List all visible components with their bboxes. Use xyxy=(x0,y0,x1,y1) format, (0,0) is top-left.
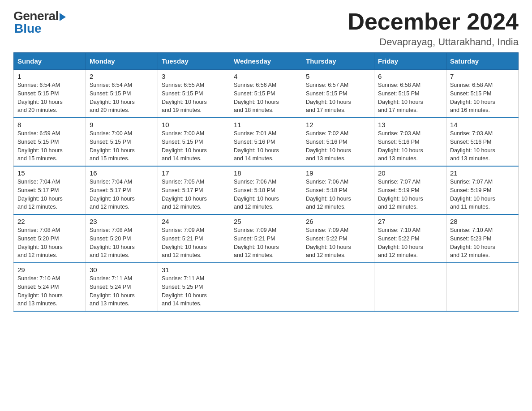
calendar-cell: 8Sunrise: 6:59 AMSunset: 5:15 PMDaylight… xyxy=(14,118,86,166)
day-info: Sunrise: 7:10 AMSunset: 5:23 PMDaylight:… xyxy=(450,226,515,260)
calendar-week-4: 22Sunrise: 7:08 AMSunset: 5:20 PMDayligh… xyxy=(14,214,519,263)
day-number: 30 xyxy=(90,266,154,274)
calendar-cell: 27Sunrise: 7:10 AMSunset: 5:22 PMDayligh… xyxy=(374,214,446,263)
logo-arrow-icon xyxy=(60,13,66,21)
day-info: Sunrise: 7:08 AMSunset: 5:20 PMDaylight:… xyxy=(90,226,154,260)
weekday-header-wednesday: Wednesday xyxy=(230,53,302,70)
calendar-cell: 10Sunrise: 7:00 AMSunset: 5:15 PMDayligh… xyxy=(158,118,230,166)
day-info: Sunrise: 7:00 AMSunset: 5:15 PMDaylight:… xyxy=(162,129,226,163)
day-number: 28 xyxy=(450,218,515,225)
day-info: Sunrise: 7:05 AMSunset: 5:17 PMDaylight:… xyxy=(162,178,226,211)
calendar-cell: 25Sunrise: 7:09 AMSunset: 5:21 PMDayligh… xyxy=(230,214,302,263)
day-info: Sunrise: 7:11 AMSunset: 5:25 PMDaylight:… xyxy=(162,274,226,308)
day-info: Sunrise: 6:58 AMSunset: 5:15 PMDaylight:… xyxy=(450,81,515,115)
calendar-cell: 15Sunrise: 7:04 AMSunset: 5:17 PMDayligh… xyxy=(14,166,86,214)
day-number: 1 xyxy=(17,73,82,80)
day-info: Sunrise: 7:01 AMSunset: 5:16 PMDaylight:… xyxy=(234,129,298,163)
calendar-cell: 3Sunrise: 6:55 AMSunset: 5:15 PMDaylight… xyxy=(158,70,230,118)
day-number: 14 xyxy=(450,121,515,128)
day-number: 22 xyxy=(17,218,82,225)
calendar-cell: 29Sunrise: 7:10 AMSunset: 5:24 PMDayligh… xyxy=(14,263,86,311)
weekday-header-monday: Monday xyxy=(86,53,158,70)
logo: General Blue xyxy=(13,9,66,36)
day-number: 13 xyxy=(378,121,442,128)
calendar-cell: 23Sunrise: 7:08 AMSunset: 5:20 PMDayligh… xyxy=(86,214,158,263)
day-number: 2 xyxy=(90,73,154,80)
day-info: Sunrise: 6:59 AMSunset: 5:15 PMDaylight:… xyxy=(17,129,82,163)
calendar-cell: 22Sunrise: 7:08 AMSunset: 5:20 PMDayligh… xyxy=(14,214,86,263)
calendar-week-5: 29Sunrise: 7:10 AMSunset: 5:24 PMDayligh… xyxy=(14,263,519,311)
logo-blue-text: Blue xyxy=(14,21,42,36)
day-info: Sunrise: 7:07 AMSunset: 5:19 PMDaylight:… xyxy=(450,178,515,211)
calendar-week-1: 1Sunrise: 6:54 AMSunset: 5:15 PMDaylight… xyxy=(14,70,519,118)
day-number: 17 xyxy=(162,169,226,177)
day-number: 12 xyxy=(306,121,370,128)
calendar-cell: 13Sunrise: 7:03 AMSunset: 5:16 PMDayligh… xyxy=(374,118,446,166)
calendar-cell: 28Sunrise: 7:10 AMSunset: 5:23 PMDayligh… xyxy=(446,214,519,263)
calendar-cell xyxy=(302,263,374,311)
calendar-cell: 5Sunrise: 6:57 AMSunset: 5:15 PMDaylight… xyxy=(302,70,374,118)
day-number: 15 xyxy=(17,169,82,177)
day-number: 16 xyxy=(90,169,154,177)
weekday-header-sunday: Sunday xyxy=(14,53,86,70)
day-number: 24 xyxy=(162,218,226,225)
weekday-header-saturday: Saturday xyxy=(446,53,519,70)
day-info: Sunrise: 7:08 AMSunset: 5:20 PMDaylight:… xyxy=(17,226,82,260)
title-section: December 2024 Devaprayag, Uttarakhand, I… xyxy=(348,9,519,48)
day-number: 27 xyxy=(378,218,442,225)
day-number: 6 xyxy=(378,73,442,80)
calendar-cell: 19Sunrise: 7:06 AMSunset: 5:18 PMDayligh… xyxy=(302,166,374,214)
day-info: Sunrise: 7:06 AMSunset: 5:18 PMDaylight:… xyxy=(306,178,370,211)
day-number: 25 xyxy=(234,218,298,225)
month-title: December 2024 xyxy=(348,9,519,34)
day-info: Sunrise: 6:57 AMSunset: 5:15 PMDaylight:… xyxy=(306,81,370,115)
calendar-cell: 12Sunrise: 7:02 AMSunset: 5:16 PMDayligh… xyxy=(302,118,374,166)
calendar-cell: 9Sunrise: 7:00 AMSunset: 5:15 PMDaylight… xyxy=(86,118,158,166)
day-info: Sunrise: 7:09 AMSunset: 5:21 PMDaylight:… xyxy=(162,226,226,260)
calendar-cell: 26Sunrise: 7:09 AMSunset: 5:22 PMDayligh… xyxy=(302,214,374,263)
day-info: Sunrise: 6:58 AMSunset: 5:15 PMDaylight:… xyxy=(378,81,442,115)
day-number: 11 xyxy=(234,121,298,128)
calendar-cell: 30Sunrise: 7:11 AMSunset: 5:24 PMDayligh… xyxy=(86,263,158,311)
calendar-cell: 31Sunrise: 7:11 AMSunset: 5:25 PMDayligh… xyxy=(158,263,230,311)
calendar-cell: 4Sunrise: 6:56 AMSunset: 5:15 PMDaylight… xyxy=(230,70,302,118)
day-info: Sunrise: 6:54 AMSunset: 5:15 PMDaylight:… xyxy=(17,81,82,115)
location-subtitle: Devaprayag, Uttarakhand, India xyxy=(348,36,519,48)
day-info: Sunrise: 7:03 AMSunset: 5:16 PMDaylight:… xyxy=(450,129,515,163)
day-number: 21 xyxy=(450,169,515,177)
calendar-cell: 18Sunrise: 7:06 AMSunset: 5:18 PMDayligh… xyxy=(230,166,302,214)
day-info: Sunrise: 6:55 AMSunset: 5:15 PMDaylight:… xyxy=(162,81,226,115)
calendar-week-2: 8Sunrise: 6:59 AMSunset: 5:15 PMDaylight… xyxy=(14,118,519,166)
day-info: Sunrise: 7:04 AMSunset: 5:17 PMDaylight:… xyxy=(17,178,82,211)
day-number: 20 xyxy=(378,169,442,177)
calendar-cell xyxy=(374,263,446,311)
calendar-cell xyxy=(230,263,302,311)
calendar-cell: 24Sunrise: 7:09 AMSunset: 5:21 PMDayligh… xyxy=(158,214,230,263)
day-number: 4 xyxy=(234,73,298,80)
day-number: 18 xyxy=(234,169,298,177)
calendar-cell: 20Sunrise: 7:07 AMSunset: 5:19 PMDayligh… xyxy=(374,166,446,214)
calendar-table: SundayMondayTuesdayWednesdayThursdayFrid… xyxy=(13,52,519,312)
day-info: Sunrise: 7:04 AMSunset: 5:17 PMDaylight:… xyxy=(90,178,154,211)
day-number: 7 xyxy=(450,73,515,80)
day-info: Sunrise: 7:03 AMSunset: 5:16 PMDaylight:… xyxy=(378,129,442,163)
day-info: Sunrise: 6:56 AMSunset: 5:15 PMDaylight:… xyxy=(234,81,298,115)
calendar-cell: 21Sunrise: 7:07 AMSunset: 5:19 PMDayligh… xyxy=(446,166,519,214)
day-info: Sunrise: 7:06 AMSunset: 5:18 PMDaylight:… xyxy=(234,178,298,211)
calendar-week-3: 15Sunrise: 7:04 AMSunset: 5:17 PMDayligh… xyxy=(14,166,519,214)
day-info: Sunrise: 7:11 AMSunset: 5:24 PMDaylight:… xyxy=(90,274,154,308)
day-number: 5 xyxy=(306,73,370,80)
weekday-header-friday: Friday xyxy=(374,53,446,70)
calendar-cell: 6Sunrise: 6:58 AMSunset: 5:15 PMDaylight… xyxy=(374,70,446,118)
day-number: 23 xyxy=(90,218,154,225)
calendar-cell: 7Sunrise: 6:58 AMSunset: 5:15 PMDaylight… xyxy=(446,70,519,118)
calendar-cell xyxy=(446,263,519,311)
page-header: General Blue December 2024 Devaprayag, U… xyxy=(13,9,519,48)
calendar-cell: 1Sunrise: 6:54 AMSunset: 5:15 PMDaylight… xyxy=(14,70,86,118)
calendar-cell: 16Sunrise: 7:04 AMSunset: 5:17 PMDayligh… xyxy=(86,166,158,214)
day-info: Sunrise: 7:02 AMSunset: 5:16 PMDaylight:… xyxy=(306,129,370,163)
day-number: 26 xyxy=(306,218,370,225)
calendar-cell: 17Sunrise: 7:05 AMSunset: 5:17 PMDayligh… xyxy=(158,166,230,214)
day-number: 9 xyxy=(90,121,154,128)
day-number: 19 xyxy=(306,169,370,177)
